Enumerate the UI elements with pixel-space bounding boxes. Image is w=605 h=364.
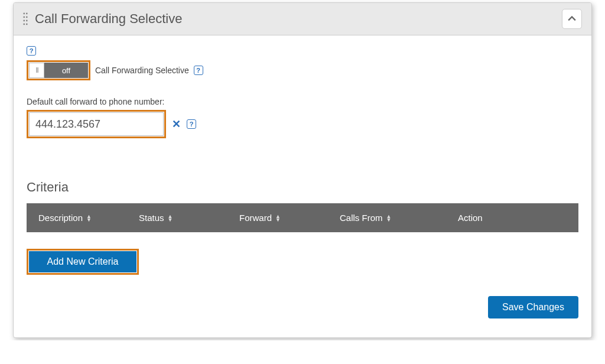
column-label: Description (38, 213, 83, 223)
panel-header-left: ▪▪▪▪▪▪▪▪ Call Forwarding Selective (23, 11, 182, 27)
panel-header: ▪▪▪▪▪▪▪▪ Call Forwarding Selective (14, 3, 591, 35)
sort-icon: ▲▼ (168, 214, 173, 222)
column-label: Calls From (340, 213, 383, 223)
help-icon[interactable]: ? (27, 46, 36, 56)
save-changes-button[interactable]: Save Changes (488, 296, 578, 318)
sort-icon: ▲▼ (275, 214, 281, 222)
criteria-heading: Criteria (27, 180, 578, 195)
sort-icon: ▲▼ (86, 214, 92, 222)
feature-toggle-row: III off Call Forwarding Selective ? (27, 60, 578, 80)
criteria-table-header: Description ▲▼ Status ▲▼ Forward ▲▼ Call… (27, 203, 578, 232)
help-icon[interactable]: ? (187, 119, 196, 129)
column-label: Status (139, 213, 164, 223)
panel-title: Call Forwarding Selective (35, 11, 182, 27)
clear-input-button[interactable]: ✕ (171, 118, 182, 131)
panel-body: ? III off Call Forwarding Selective ? De… (14, 35, 591, 337)
feature-toggle[interactable]: III off (29, 63, 88, 78)
save-row: Save Changes (27, 296, 578, 318)
column-label: Action (458, 213, 483, 223)
column-header-forward[interactable]: Forward ▲▼ (239, 213, 340, 223)
drag-handle-icon[interactable]: ▪▪▪▪▪▪▪▪ (23, 12, 30, 26)
add-criteria-row: Add New Criteria (27, 249, 578, 275)
column-header-status[interactable]: Status ▲▼ (139, 213, 239, 223)
sort-icon: ▲▼ (386, 214, 392, 222)
chevron-up-icon (568, 15, 576, 23)
forward-number-input[interactable] (29, 112, 164, 136)
column-header-calls-from[interactable]: Calls From ▲▼ (340, 213, 458, 223)
highlight-box (27, 110, 166, 138)
column-header-description[interactable]: Description ▲▼ (38, 213, 139, 223)
column-header-action: Action (458, 213, 567, 223)
add-criteria-button[interactable]: Add New Criteria (29, 251, 136, 272)
column-label: Forward (239, 213, 272, 223)
forward-number-block: Default call forward to phone number: ✕ … (27, 97, 578, 138)
highlight-box: III off (27, 60, 90, 80)
highlight-box: Add New Criteria (27, 249, 139, 275)
call-forwarding-panel: ▪▪▪▪▪▪▪▪ Call Forwarding Selective ? III… (13, 2, 592, 338)
top-help-row: ? (27, 45, 578, 56)
toggle-grip-icon: III (29, 63, 44, 78)
collapse-button[interactable] (562, 9, 582, 29)
help-icon[interactable]: ? (194, 66, 203, 75)
toggle-state-label: off (44, 63, 88, 78)
forward-number-label: Default call forward to phone number: (27, 97, 578, 106)
feature-toggle-label: Call Forwarding Selective (95, 66, 189, 75)
forward-number-input-row: ✕ ? (27, 110, 578, 138)
